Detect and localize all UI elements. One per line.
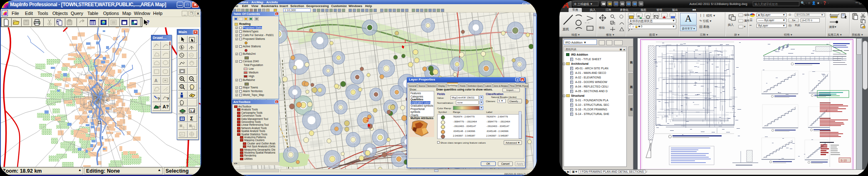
svg-text:?: ? [158, 105, 161, 109]
svg-text:?: ? [158, 97, 160, 101]
svg-text:S-10: S-10 [841, 159, 847, 162]
svg-text:?: ? [167, 97, 169, 101]
svg-text:A: A [154, 78, 158, 83]
svg-text:移动: 移动 [599, 26, 605, 29]
svg-text:?: ? [146, 20, 149, 25]
svg-text:Σ: Σ [190, 116, 193, 122]
svg-text:直线: 直线 [562, 27, 569, 31]
svg-text:A?: A? [163, 104, 169, 109]
svg-text:?: ? [181, 85, 183, 88]
svg-text:5: 5 [183, 126, 185, 130]
svg-text:1.2: 1.2 [190, 109, 195, 113]
